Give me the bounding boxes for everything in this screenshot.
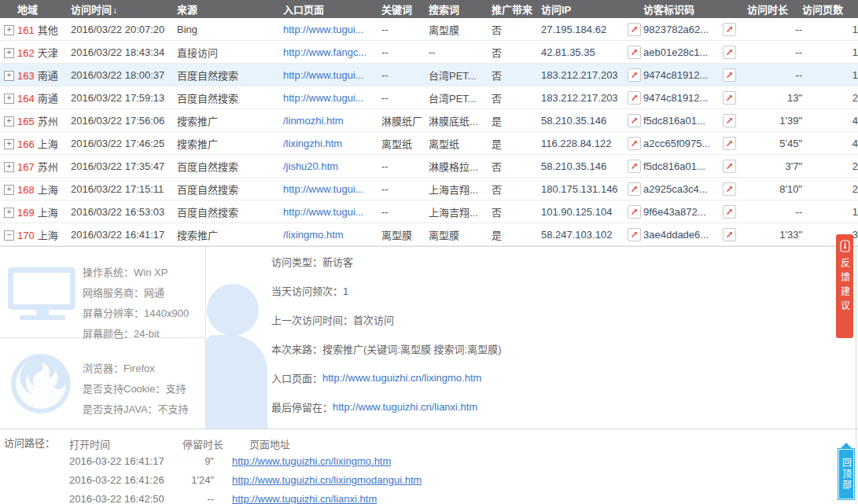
source-value: 百度自然搜索 (177, 178, 283, 200)
promo-flag-value: 否 (492, 64, 541, 86)
visit-duration-value: -- (747, 64, 802, 86)
table-row: +161其他2016/03/22 20:07:20Binghttp://www.… (0, 18, 858, 41)
promo-flag-value: 是 (492, 109, 541, 132)
entry-page-link[interactable]: http://www.tugui... (283, 183, 364, 195)
ip-external-link-icon[interactable] (628, 68, 641, 82)
expand-row-icon[interactable]: + (4, 162, 14, 172)
table-row: +162天津2016/03/22 18:43:34直接访问http://www.… (0, 41, 858, 64)
path-header-url: 页面地址 (249, 436, 290, 451)
visitor-id-external-link-icon[interactable] (723, 160, 736, 173)
visit-path-rows: 2016-03-22 16:41:179"http://www.tuguizhi… (0, 451, 422, 504)
table-row: −170上海2016/03/22 16:41:17搜索推广/lixingmo.h… (0, 223, 858, 246)
ip-external-link-icon[interactable] (628, 46, 641, 59)
visitor-id-external-link-icon[interactable] (723, 91, 736, 105)
header-visit-time-label: 访问时间 (71, 4, 112, 16)
header-visit-time[interactable]: 访问时间↓ (71, 0, 177, 18)
ip-external-link-icon[interactable] (628, 114, 641, 127)
expand-row-icon[interactable]: + (4, 71, 14, 81)
visitor-table: 地域 访问时间↓ 来源 入口页面 关键词 搜索词 推广带来 访问IP 访客标识码… (0, 0, 858, 246)
last-page-url-link[interactable]: http://www.tuguizhi.cn/lianxi.htm (333, 401, 477, 413)
path-open-time: 2016-03-22 16:41:17 (69, 455, 182, 467)
source-value: 百度自然搜索 (177, 200, 283, 223)
entry-page-link[interactable]: /lixingzhi.htm (283, 138, 342, 149)
ip-external-link-icon[interactable] (628, 91, 641, 105)
ip-external-link-icon[interactable] (628, 23, 641, 36)
visitor-id-value: aeb01e28c1... (643, 46, 708, 58)
header-visitor-id: 访客标识码 (643, 0, 747, 18)
source-value: Bing (177, 18, 283, 41)
expand-row-icon[interactable]: + (4, 139, 14, 149)
path-page-url-link[interactable]: http://www.tuguizhi.cn/lixingmodangui.ht… (232, 474, 422, 486)
visitor-id-value: a2cc65f0975... (643, 138, 710, 149)
entry-page-link[interactable]: http://www.tugui... (283, 69, 364, 81)
visitor-id-external-link-icon[interactable] (723, 228, 736, 241)
region-label: 上海 (38, 230, 58, 241)
visit-pages-value: 2 (802, 86, 858, 109)
entry-page-link[interactable]: /jishu20.htm (283, 160, 338, 172)
promo-flag-value: 否 (492, 178, 541, 200)
visitor-id-external-link-icon[interactable] (723, 205, 736, 219)
header-region: 地域 (17, 0, 71, 18)
back-to-top-button[interactable]: 回顶部 (838, 448, 855, 500)
java-support-label: 是否支持JAVA：不支持 (83, 399, 189, 420)
ip-external-link-icon[interactable] (628, 205, 641, 219)
ip-external-link-icon[interactable] (628, 160, 641, 173)
visit-duration-value: 1'39" (747, 109, 802, 132)
ip-external-link-icon[interactable] (628, 228, 641, 241)
entry-page-link[interactable]: /linmozhi.htm (283, 115, 344, 127)
expand-row-icon[interactable]: + (4, 116, 14, 127)
source-value: 搜索推广 (177, 132, 283, 155)
visitor-id-value: 9f6e43a872... (643, 206, 706, 218)
region-label: 苏州 (38, 161, 58, 173)
source-value: 搜索推广 (177, 109, 283, 132)
header-visit-pages: 访问页数 (802, 0, 858, 18)
expand-row-icon[interactable]: + (4, 185, 14, 195)
visitor-id-external-link-icon[interactable] (723, 137, 736, 150)
sort-desc-icon[interactable]: ↓ (112, 5, 117, 16)
path-page-url-link[interactable]: http://www.tuguizhi.cn/lianxi.htm (232, 493, 377, 504)
ip-external-link-icon[interactable] (628, 137, 641, 150)
visitor-id-external-link-icon[interactable] (723, 46, 736, 59)
browser-label: 浏览器：Firefox (83, 359, 189, 379)
feedback-button[interactable]: 反馈建议 (836, 234, 853, 338)
table-row: +167苏州2016/03/22 17:35:47百度自然搜索/jishu20.… (0, 155, 858, 178)
expand-row-icon[interactable]: + (4, 208, 14, 218)
expand-row-icon[interactable]: + (4, 94, 14, 104)
visitor-avatar-body (206, 335, 267, 429)
visitor-id-external-link-icon[interactable] (723, 182, 736, 196)
visitor-analytics-page: 地域 访问时间↓ 来源 入口页面 关键词 搜索词 推广带来 访问IP 访客标识码… (0, 0, 858, 504)
entry-page-link[interactable]: http://www.tugui... (283, 24, 364, 35)
keyword-value: -- (381, 86, 429, 109)
collapse-row-icon[interactable]: − (4, 230, 14, 241)
visitor-id-external-link-icon[interactable] (723, 114, 736, 127)
path-header-stay: 停留时长 (182, 436, 214, 451)
promo-flag-value: 否 (492, 18, 541, 41)
entry-page-url-link[interactable]: http://www.tuguizhi.cn/lixingmo.htm (322, 372, 481, 384)
visitor-id-external-link-icon[interactable] (723, 23, 736, 36)
keyword-value: 离型纸 (381, 132, 429, 155)
row-number: 167 (17, 161, 35, 173)
region-label: 上海 (38, 207, 58, 219)
entry-page-link[interactable]: http://www.fangc... (283, 46, 366, 58)
visit-ip-value: 101.90.125.104 (541, 206, 612, 218)
ip-external-link-icon[interactable] (628, 182, 641, 196)
expand-row-icon[interactable]: + (4, 48, 14, 58)
visit-frequency-label: 当天访问频次：1 (271, 276, 502, 305)
keyword-value: -- (381, 178, 429, 200)
visitor-id-value: 9474c81912... (643, 92, 708, 104)
expand-row-icon[interactable]: + (4, 25, 14, 35)
search-term-value: 上海吉翔... (429, 200, 492, 223)
visit-type-label: 访问类型：新访客 (271, 247, 502, 276)
visit-pages-value: 2 (802, 178, 858, 200)
promo-flag-value: 否 (492, 41, 541, 64)
path-header-open-time: 打开时间 (69, 436, 182, 451)
row-number: 162 (17, 47, 35, 59)
visit-pages-value: 1 (802, 64, 858, 86)
entry-page-link[interactable]: /lixingmo.htm (283, 229, 344, 241)
visit-time-value: 2016/03/22 18:43:34 (71, 41, 177, 64)
visit-duration-value: -- (747, 200, 802, 223)
entry-page-link[interactable]: http://www.tugui... (283, 92, 364, 104)
entry-page-link[interactable]: http://www.tugui... (283, 206, 364, 218)
path-page-url-link[interactable]: http://www.tuguizhi.cn/lixingmo.htm (232, 455, 391, 467)
visitor-id-external-link-icon[interactable] (723, 68, 736, 82)
